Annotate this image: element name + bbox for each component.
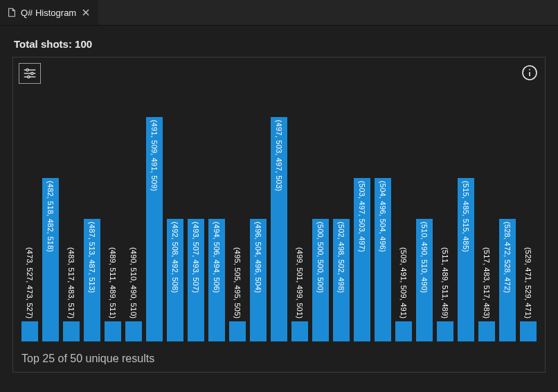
chart-footer: Top 25 of 50 unique results — [21, 353, 154, 365]
bar-label: (510, 490, 510, 490) — [420, 222, 429, 293]
bar-label: (487, 513, 487, 513) — [88, 222, 96, 293]
settings-icon — [23, 67, 37, 80]
bar-label: (528, 472, 528, 472) — [503, 222, 512, 293]
bar-label: (500, 500, 500, 500) — [316, 222, 325, 293]
histogram-bar[interactable]: (502, 498, 502, 498) — [333, 219, 350, 341]
bar-slot: (517, 483, 517, 483) — [478, 96, 495, 341]
histogram-bar[interactable]: (503, 497, 503, 497) — [354, 178, 370, 341]
bar-label: (490, 510, 490, 510) — [129, 247, 138, 319]
bar-slot: (515, 485, 515, 485) — [458, 96, 474, 341]
bar-label: (502, 498, 502, 498) — [337, 222, 345, 293]
bar-slot: (483, 517, 483, 517) — [63, 96, 80, 341]
bar-label: (491, 509, 491, 509) — [150, 120, 159, 191]
histogram-bar[interactable]: (491, 509, 491, 509) — [146, 117, 163, 342]
bar-label: (515, 485, 515, 485) — [462, 181, 470, 252]
bar-label: (509, 491, 509, 491) — [399, 247, 408, 319]
info-icon — [521, 64, 538, 81]
histogram-bar[interactable] — [478, 321, 495, 342]
bar-label: (497, 503, 497, 503) — [275, 120, 283, 191]
bar-slot: (473, 527, 473, 527) — [21, 96, 38, 341]
tab-title: Q# Histogram — [21, 8, 76, 18]
histogram-bar[interactable] — [520, 321, 537, 342]
histogram-bar[interactable]: (515, 485, 515, 485) — [458, 178, 474, 341]
histogram-bar[interactable] — [291, 321, 308, 342]
histogram-bar[interactable] — [63, 321, 80, 342]
close-icon[interactable] — [80, 7, 91, 18]
svg-point-8 — [529, 69, 530, 71]
bar-label: (494, 506, 494, 506) — [213, 222, 221, 293]
bar-slot: (490, 510, 490, 510) — [125, 96, 142, 341]
histogram-bar[interactable]: (482, 518, 482, 518) — [42, 178, 59, 341]
bar-slot: (499, 501, 499, 501) — [291, 96, 308, 341]
bar-label: (517, 483, 517, 483) — [483, 247, 491, 319]
info-button[interactable] — [520, 63, 539, 82]
bar-slot: (497, 503, 497, 503) — [271, 96, 287, 341]
bar-label: (495, 505, 495, 505) — [233, 247, 242, 319]
histogram-bar[interactable] — [437, 321, 453, 342]
histogram-bar[interactable]: (496, 504, 496, 504) — [250, 219, 267, 341]
svg-point-5 — [28, 75, 30, 78]
bar-label: (499, 501, 499, 501) — [296, 247, 304, 319]
bar-slot: (504, 496, 504, 496) — [375, 96, 391, 341]
bar-slot: (500, 500, 500, 500) — [312, 96, 329, 341]
bar-slot: (529, 471, 529, 471) — [520, 96, 537, 341]
bar-label: (504, 496, 504, 496) — [379, 181, 387, 252]
histogram-bar[interactable] — [395, 321, 412, 342]
histogram-bar[interactable]: (497, 503, 497, 503) — [271, 117, 287, 342]
histogram-bar[interactable] — [125, 321, 142, 342]
histogram-bar[interactable]: (487, 513, 487, 513) — [84, 219, 100, 341]
bar-slot: (493, 507, 493, 507) — [188, 96, 204, 341]
bar-slot: (482, 518, 482, 518) — [42, 96, 59, 341]
bar-slot: (502, 498, 502, 498) — [333, 96, 350, 341]
bar-slot: (491, 509, 491, 509) — [146, 96, 163, 341]
bar-label: (473, 527, 473, 527) — [26, 247, 34, 319]
bar-label: (492, 508, 492, 508) — [171, 222, 179, 293]
bar-label: (482, 518, 482, 518) — [46, 181, 55, 252]
settings-button[interactable] — [19, 63, 41, 84]
histogram-bar[interactable] — [105, 321, 121, 342]
svg-point-1 — [26, 69, 28, 71]
svg-point-3 — [31, 72, 33, 74]
file-icon — [7, 8, 17, 17]
total-shots-label: Total shots: 100 — [14, 38, 546, 50]
histogram-bar[interactable]: (510, 490, 510, 490) — [416, 219, 433, 341]
histogram-bar[interactable]: (493, 507, 493, 507) — [188, 219, 204, 341]
bar-slot: (492, 508, 492, 508) — [167, 96, 183, 341]
histogram-bar[interactable]: (504, 496, 504, 496) — [375, 178, 391, 341]
bar-slot: (495, 505, 495, 505) — [229, 96, 246, 341]
bar-slot: (510, 490, 510, 490) — [416, 96, 433, 341]
bar-label: (489, 511, 489, 511) — [109, 247, 117, 319]
bar-label: (503, 497, 503, 497) — [358, 181, 366, 252]
tab-bar: Q# Histogram — [0, 0, 558, 26]
bar-label: (493, 507, 493, 507) — [192, 222, 200, 293]
histogram-chart: (473, 527, 473, 527)(482, 518, 482, 518)… — [21, 96, 537, 341]
bar-slot: (487, 513, 487, 513) — [84, 96, 100, 341]
histogram-bar[interactable]: (528, 472, 528, 472) — [499, 219, 516, 341]
histogram-bar[interactable] — [21, 321, 38, 342]
bar-slot: (496, 504, 496, 504) — [250, 96, 267, 341]
histogram-bar[interactable]: (492, 508, 492, 508) — [167, 219, 183, 341]
histogram-bar[interactable]: (494, 506, 494, 506) — [208, 219, 225, 341]
histogram-content: Total shots: 100 (473, 527, 473, 527)(48… — [0, 26, 558, 373]
bar-label: (483, 517, 483, 517) — [67, 247, 75, 319]
histogram-bar[interactable] — [229, 321, 246, 342]
bar-label: (496, 504, 496, 504) — [254, 222, 262, 293]
bar-label: (529, 471, 529, 471) — [524, 247, 532, 319]
bar-slot: (503, 497, 503, 497) — [354, 96, 370, 341]
bar-slot: (528, 472, 528, 472) — [499, 96, 516, 341]
bar-label: (511, 489, 511, 489) — [441, 247, 449, 319]
bar-slot: (494, 506, 494, 506) — [208, 96, 225, 341]
bar-slot: (511, 489, 511, 489) — [437, 96, 453, 341]
tab-qsharp-histogram[interactable]: Q# Histogram — [0, 0, 99, 25]
bar-slot: (489, 511, 489, 511) — [105, 96, 121, 341]
bar-slot: (509, 491, 509, 491) — [395, 96, 412, 341]
histogram-panel: (473, 527, 473, 527)(482, 518, 482, 518)… — [12, 57, 546, 373]
histogram-bar[interactable]: (500, 500, 500, 500) — [312, 219, 329, 341]
